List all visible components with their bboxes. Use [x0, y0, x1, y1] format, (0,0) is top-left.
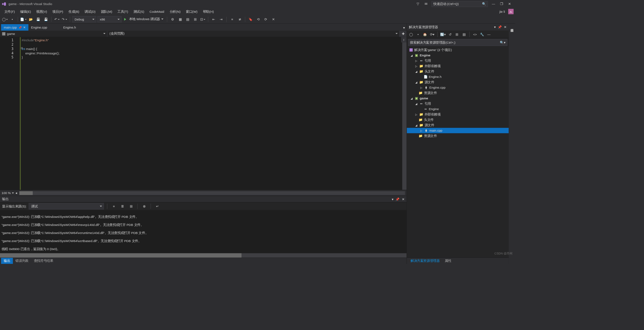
nav-fwd-icon[interactable]: •	[415, 32, 421, 37]
minimize-icon[interactable]: —	[489, 0, 497, 8]
tool-icon-5[interactable]: ⊡	[200, 16, 206, 22]
menu-project[interactable]: 项目(P)	[50, 8, 66, 14]
node-engine-ext[interactable]: 📁外部依赖项	[407, 63, 509, 69]
sync-icon[interactable]: ⟳▾	[429, 32, 435, 37]
explorer-search-input[interactable]: 搜索解决方案资源管理器(Ctrl+;) 🔍▾	[408, 39, 507, 46]
menu-tools[interactable]: 工具(T)	[115, 8, 130, 14]
menu-view[interactable]: 视图(V)	[34, 8, 50, 14]
more-icon[interactable]: —	[486, 32, 492, 37]
config-dropdown[interactable]: Debug	[72, 16, 96, 22]
menu-help[interactable]: 帮助(H)	[200, 8, 217, 14]
output-clear-icon[interactable]: ⊗	[141, 203, 147, 209]
node-game-headers[interactable]: 📁头文件	[407, 117, 509, 123]
editor-hscrollbar[interactable]	[19, 191, 405, 195]
tool-icon-6[interactable]: ⟲	[255, 16, 261, 22]
rtab-properties[interactable]: 属性	[442, 258, 454, 264]
save-button[interactable]: 💾	[35, 16, 42, 22]
explorer-dropdown-icon[interactable]: ▾	[494, 25, 496, 29]
menu-team[interactable]: 团队(M)	[98, 8, 115, 14]
node-engine-res[interactable]: 📁资源文件	[407, 90, 509, 96]
node-engine-headers[interactable]: 📁头文件	[407, 69, 509, 74]
new-project-button[interactable]: 📄	[20, 16, 26, 22]
btab-errors[interactable]: 错误列表	[13, 258, 31, 264]
menu-edit[interactable]: 编辑(E)	[17, 8, 34, 14]
node-game-ref-engine[interactable]: ▪▪Engine	[407, 106, 509, 112]
close-tab-icon[interactable]: ✕	[23, 26, 25, 29]
menu-debug[interactable]: 调试(D)	[82, 8, 98, 14]
node-engine[interactable]: ▣Engine	[407, 53, 509, 58]
btab-find-symbols[interactable]: 查找符号结果	[31, 258, 56, 264]
properties-icon[interactable]: 🔧	[479, 32, 485, 37]
indent-icon[interactable]: ⇤	[210, 16, 217, 22]
code-area[interactable]: #include"Engine.h" int main() { engine::…	[20, 37, 402, 190]
split-icon[interactable]: ↕	[401, 37, 407, 42]
refresh-icon[interactable]: ↺	[447, 32, 453, 37]
open-button[interactable]: 📂	[28, 16, 34, 22]
node-game-refs[interactable]: ▪▪引用	[407, 101, 509, 106]
quick-launch-input[interactable]: 快速启动 (Ctrl+Q) 🔍	[431, 1, 488, 7]
notifications-icon[interactable]: ▽	[414, 0, 422, 8]
show-all-icon[interactable]: ▤	[461, 32, 467, 37]
redo-button[interactable]: ↷	[61, 16, 67, 22]
tab-main-cpp[interactable]: main.cpp 📌 ✕	[1, 24, 28, 31]
code-editor[interactable]: 1 2 3 4 5 ⊟ #include"Engine.h" int main(…	[0, 37, 407, 190]
view-icon[interactable]: 🔄▾	[440, 32, 446, 37]
back-button[interactable]: ◯	[2, 16, 8, 22]
tool-icon-8[interactable]: ✕	[270, 16, 276, 22]
maximize-icon[interactable]: ❐	[497, 0, 505, 8]
comment-icon[interactable]: ≡	[229, 16, 235, 22]
tabs-overflow-icon[interactable]: ▾	[402, 25, 407, 31]
node-game-res[interactable]: 📁资源文件	[407, 133, 509, 139]
start-debug-button[interactable]: 本地 Windows 调试器	[123, 16, 165, 22]
forward-button[interactable]: •	[9, 16, 15, 22]
tab-engine-cpp[interactable]: Engine.cpp	[29, 24, 50, 31]
feedback-icon[interactable]: ✉	[422, 0, 430, 8]
fold-icon[interactable]: ⊟	[21, 47, 23, 50]
editor-vscrollbar[interactable]	[402, 37, 407, 190]
output-tool-2[interactable]: ≣	[119, 203, 125, 209]
rtab-explorer[interactable]: 解决方案资源管理器	[408, 258, 442, 264]
uncomment-icon[interactable]: ≢	[236, 16, 243, 22]
menu-analyze[interactable]: 分析(N)	[167, 8, 183, 14]
explorer-pin-icon[interactable]: 📌	[498, 25, 502, 29]
menu-build[interactable]: 生成(B)	[66, 8, 82, 14]
node-game-sources[interactable]: 📁源文件	[407, 123, 509, 128]
home-icon[interactable]: 🏠	[422, 32, 428, 37]
tool-icon-7[interactable]: ⟳	[263, 16, 269, 22]
nav-back-icon[interactable]: ◯	[409, 32, 414, 37]
output-tool-1[interactable]: ≡	[111, 203, 117, 209]
output-body[interactable]: “game.exe”(Win32): 已加载“C:\Windows\SysWOW…	[0, 210, 407, 253]
node-engine-cpp[interactable]: ⧫Engine.cpp	[407, 85, 509, 90]
user-name[interactable]: jie li	[497, 10, 507, 13]
scope-global-dropdown[interactable]: (全局范围)	[107, 31, 399, 37]
server-explorer-tab[interactable]: 服务器资源管理器	[509, 25, 515, 29]
zoom-handle-icon[interactable]: ◂	[15, 191, 17, 195]
node-engine-sources[interactable]: 📁源文件	[407, 80, 509, 85]
output-tool-3[interactable]: ⊞	[128, 203, 134, 209]
menu-codemaid[interactable]: CodeMaid	[147, 9, 167, 14]
output-hscrollbar[interactable]	[0, 253, 407, 257]
scope-project-dropdown[interactable]: game	[0, 31, 107, 37]
zoom-dropdown[interactable]: 100 %	[2, 191, 14, 195]
node-engine-refs[interactable]: ▪▪引用	[407, 58, 509, 63]
tool-icon-1[interactable]: ⚙	[169, 16, 176, 22]
node-engine-h[interactable]: 📄Engine.h	[407, 74, 509, 80]
undo-button[interactable]: ↶	[54, 16, 60, 22]
node-main-cpp[interactable]: ⧫main.cpp	[407, 128, 509, 133]
save-all-button[interactable]: 💾	[43, 16, 49, 22]
panel-pin-icon[interactable]: 📌	[395, 197, 399, 201]
close-icon[interactable]: ✕	[505, 0, 514, 8]
pin-icon[interactable]: 📌	[18, 26, 22, 29]
menu-test[interactable]: 测试(S)	[131, 8, 147, 14]
tool-icon-4[interactable]: ⊞	[192, 16, 198, 22]
explorer-close-icon[interactable]: ✕	[504, 25, 506, 29]
tool-icon-3[interactable]: ▤	[184, 16, 191, 22]
output-wrap-icon[interactable]: ↵	[154, 203, 160, 209]
menu-file[interactable]: 文件(F)	[2, 8, 17, 14]
panel-dropdown-icon[interactable]: ▾	[392, 197, 393, 201]
avatar[interactable]: JL	[508, 9, 514, 14]
collapse-icon[interactable]: ⊞	[454, 32, 460, 37]
node-game-ext[interactable]: 📁外部依赖项	[407, 112, 509, 117]
outdent-icon[interactable]: ⇥	[218, 16, 224, 22]
platform-dropdown[interactable]: x86	[97, 16, 121, 22]
